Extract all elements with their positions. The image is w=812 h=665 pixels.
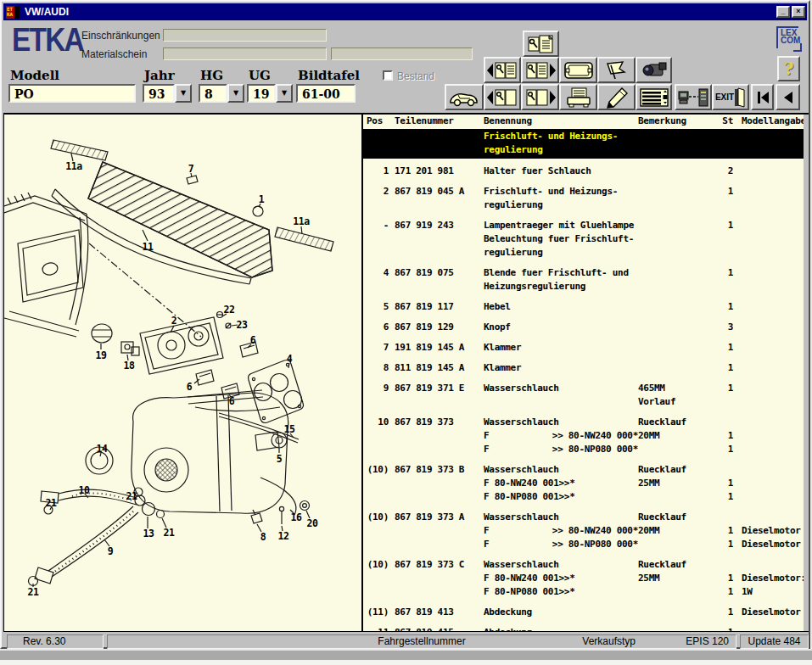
table-row[interactable]: 8811 819 145 AKlammer1 (363, 361, 804, 375)
ug-dropdown-button[interactable]: ▼ (276, 84, 293, 103)
desktop-edge (0, 660, 812, 665)
cell-remark: Ruecklauf (638, 416, 716, 429)
table-row[interactable]: -867 919 243Lampentraeger mit Gluehlampe… (363, 219, 804, 260)
cell-remark: 25MM (638, 477, 716, 490)
catalog-next-button[interactable] (521, 57, 559, 83)
ug-input[interactable]: 19 (247, 84, 276, 103)
parts-diagram-panel[interactable]: 11a7111a11222236191846615145102121162013… (4, 115, 361, 631)
print-button[interactable] (559, 84, 597, 110)
cell-pos: 4 (365, 266, 389, 280)
cell-remark: Ruecklauf (638, 511, 716, 524)
page-prev-button[interactable] (484, 84, 521, 110)
cell-qty: 1 (713, 219, 733, 232)
edit-button[interactable] (597, 84, 636, 110)
cell-part-number: 867 919 243 (395, 219, 481, 232)
cell-pos: (10) (365, 558, 389, 572)
flag-icon (604, 60, 630, 81)
bestand-checkbox[interactable] (383, 70, 393, 81)
jahr-input[interactable]: 93 (143, 84, 175, 103)
cell-part-number: 867 819 045 A (395, 185, 481, 198)
parts-table-panel[interactable]: PosTeilenummerBenennungBemerkungStModell… (363, 115, 804, 631)
chevron-down-icon: ▼ (282, 89, 287, 97)
diagram-label-23: 23 (237, 319, 248, 331)
list-icon (640, 87, 669, 108)
hg-label: HG (200, 68, 223, 83)
table-row[interactable]: 7191 819 145 AKlammer1 (363, 341, 804, 355)
picture-board-button[interactable] (559, 57, 597, 83)
cell-qty: 1 (713, 443, 733, 456)
skip-to-start-icon (756, 91, 770, 104)
cell-part-number: 867 819 117 (395, 300, 481, 314)
table-row[interactable]: (10)867 819 373 CWasserschlauchRuecklauf… (363, 558, 804, 599)
etka-logo: ETKA (12, 24, 83, 56)
parts-rows: 1171 201 981Halter fuer Schlauch22867 81… (363, 159, 804, 631)
arrow-left-page-icon (486, 87, 518, 108)
modell-label: Modell (10, 68, 59, 83)
table-row[interactable]: 5867 819 117Hebel1 (363, 300, 804, 314)
cell-model: Dieselmotor (742, 524, 803, 538)
app-icon[interactable]: ETKA (6, 6, 20, 19)
hg-dropdown-button[interactable]: ▼ (227, 84, 244, 103)
table-row[interactable]: 4867 819 075Blende fuer Frischluft- und1… (363, 266, 804, 293)
computer-link-icon (678, 87, 708, 108)
first-page-button[interactable] (751, 84, 774, 110)
cell-part-number: 867 819 373 (395, 416, 481, 429)
content-area: 11a7111a11222236191846615145102121162013… (3, 113, 809, 632)
material-field-2[interactable] (331, 48, 473, 60)
table-row[interactable]: 1171 201 981Halter fuer Schlauch2 (363, 165, 804, 178)
page-next-button[interactable] (521, 84, 559, 110)
cell-name: Wasserschlauch (484, 511, 638, 524)
close-button[interactable]: × (792, 6, 805, 18)
diagram-label-2: 2 (171, 315, 176, 327)
cell-pos: (11) (365, 606, 389, 619)
flag-button[interactable] (597, 57, 636, 83)
catalog-search-button[interactable] (523, 31, 559, 57)
diagram-label-6: 6 (250, 334, 255, 346)
help-button[interactable]: ? (777, 56, 800, 81)
diagram-label-18: 18 (124, 360, 135, 372)
cell-name: Abdeckung (484, 626, 638, 631)
desktop-taskbar-strip (0, 650, 812, 660)
diagram-label-21: 21 (46, 497, 57, 509)
cell-part-number: 867 819 373 A (395, 511, 481, 524)
status-vin-label: Fahrgestellnummer (108, 635, 736, 648)
cell-name: Abdeckung (484, 606, 638, 619)
vehicle-button[interactable] (445, 84, 484, 110)
table-row[interactable]: 2867 819 045 AFrischluft- und Heizungs-1… (363, 185, 804, 212)
camera-button[interactable] (636, 57, 672, 83)
material-label: Materialschein (81, 48, 147, 60)
table-row[interactable]: 9867 819 371 EWasserschlauch465MM1Vorlau… (363, 382, 804, 409)
catalog-prev-button[interactable] (484, 57, 521, 83)
modell-input[interactable]: PO (8, 84, 136, 103)
cell-pos: - (365, 219, 389, 232)
jahr-dropdown-button[interactable]: ▼ (175, 84, 192, 103)
table-row[interactable]: (10)867 819 373 BWasserschlauchRuecklauf… (363, 463, 804, 504)
back-button[interactable] (776, 84, 800, 110)
parts-header: PosTeilenummerBenennungBemerkungStModell… (363, 115, 804, 129)
printer-icon (565, 87, 592, 109)
restrictions-field[interactable] (163, 29, 327, 42)
section-title-line1: Frischluft- und Heizungs- (484, 130, 618, 143)
cell-name: F 80-NP080 001>>* (484, 585, 638, 599)
bildtafel-label: Bildtafel (298, 68, 360, 83)
table-row[interactable]: 11867 819 415Abdeckung1 (363, 626, 804, 631)
cell-qty: 1 (713, 585, 733, 599)
parts-list-button[interactable] (636, 84, 672, 110)
data-transfer-button[interactable] (675, 84, 712, 110)
diagram-label-11: 11 (143, 241, 154, 253)
diagram-label-9: 9 (108, 545, 113, 557)
table-row[interactable]: 10867 819 373WasserschlauchRuecklaufF>> … (363, 416, 804, 456)
material-field[interactable] (163, 48, 327, 60)
cell-part-number: 867 819 373 C (395, 558, 481, 572)
table-row[interactable]: (11)867 819 413Abdeckung1Dieselmotor (363, 606, 804, 619)
cell-part-number: 867 819 129 (395, 321, 481, 334)
cell-part-number: 867 819 371 E (395, 382, 481, 395)
cell-part-number: 867 819 075 (395, 266, 481, 280)
exit-button[interactable]: EXIT (712, 84, 749, 110)
hg-input[interactable]: 8 (199, 84, 227, 103)
minimize-button[interactable]: _ (776, 6, 790, 18)
table-row[interactable]: (10)867 819 373 AWasserschlauchRuecklauf… (363, 511, 804, 551)
bildtafel-input[interactable]: 61-00 (296, 84, 356, 103)
table-row[interactable]: 6867 819 129Knopf3 (363, 321, 804, 334)
cell-qty: 1 (713, 361, 733, 375)
